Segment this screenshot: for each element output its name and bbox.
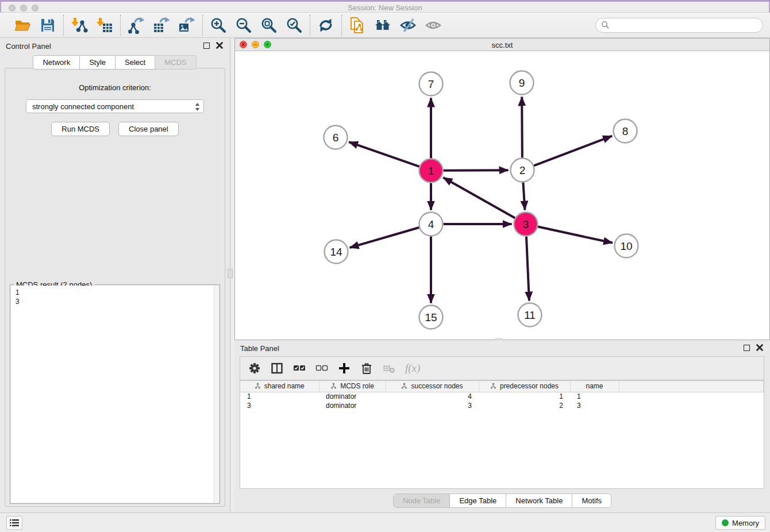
memory-button[interactable]: Memory — [715, 516, 765, 530]
zoom-fit-icon[interactable] — [260, 17, 278, 34]
graph-edge-2-8 — [534, 136, 612, 166]
delete-column-icon[interactable] — [360, 362, 373, 375]
first-neighbors-icon[interactable] — [374, 17, 391, 34]
table-row[interactable]: 1 dominator 4 1 1 — [240, 392, 764, 401]
network-window-title: scc.txt — [235, 41, 769, 49]
tab-node-table[interactable]: Node Table — [394, 494, 450, 507]
cell-name[interactable]: 3 — [570, 401, 619, 410]
svg-text:11: 11 — [524, 309, 536, 321]
tab-mcds[interactable]: MCDS — [155, 55, 196, 70]
graph-node-8: 8 — [614, 119, 637, 143]
graph-node-15: 15 — [419, 306, 443, 329]
float-panel-icon[interactable] — [203, 43, 210, 49]
graph-edge-3-10 — [538, 227, 613, 243]
export-table-icon[interactable] — [153, 17, 170, 34]
cell-name[interactable]: 1 — [570, 392, 619, 401]
graph-node-10: 10 — [615, 234, 638, 258]
select-all-columns-icon[interactable] — [293, 362, 306, 375]
unselect-all-columns-icon[interactable] — [315, 362, 328, 375]
criterion-value: strongly connected component — [32, 102, 134, 111]
svg-text:4: 4 — [428, 218, 434, 230]
table-settings-gear-icon[interactable] — [248, 362, 261, 375]
vertical-splitter-handle[interactable] — [228, 269, 233, 278]
open-file-icon[interactable] — [14, 17, 31, 34]
column-type-icon — [330, 383, 337, 389]
node-table: shared name MCDS role successor nodes — [240, 380, 764, 489]
zoom-selected-icon[interactable] — [286, 17, 303, 34]
table-header-row: shared name MCDS role successor nodes — [240, 381, 764, 392]
export-image-icon[interactable] — [178, 17, 195, 34]
close-panel-icon[interactable] — [216, 42, 223, 49]
close-table-panel-icon[interactable] — [756, 344, 763, 351]
hide-selected-icon[interactable] — [399, 17, 417, 34]
tab-motifs[interactable]: Motifs — [572, 494, 611, 507]
cell-successor-nodes[interactable]: 4 — [386, 392, 479, 401]
mcds-result-group: MCDS result (2 nodes) 1 3 — [10, 284, 220, 504]
svg-text:14: 14 — [330, 246, 342, 258]
select-stepper-icon — [195, 102, 200, 111]
window-title: Session: New Session — [1, 3, 769, 12]
column-type-icon — [255, 383, 261, 389]
network-window-titlebar[interactable]: × − + scc.txt — [235, 38, 769, 51]
app-titlebar: Session: New Session — [0, 0, 770, 13]
zoom-out-icon[interactable] — [235, 17, 252, 34]
delete-table-icon — [383, 362, 395, 375]
control-panel: Control Panel Network Style Select MCDS … — [0, 38, 230, 512]
svg-text:15: 15 — [425, 311, 437, 323]
column-header-successor-nodes[interactable]: successor nodes — [386, 381, 479, 392]
mcds-result-values: 1 3 — [11, 286, 219, 309]
table-toolbar: f(x) — [240, 356, 764, 380]
cell-mcds-role[interactable]: dominator — [319, 392, 386, 401]
create-column-icon[interactable] — [338, 362, 351, 375]
network-canvas[interactable]: 1 2 3 4 6 7 8 9 10 — [235, 51, 769, 340]
cell-mcds-role[interactable]: dominator — [319, 401, 386, 410]
tab-select[interactable]: Select — [115, 55, 155, 70]
status-bar: Memory — [0, 512, 770, 532]
graph-node-3: 3 — [514, 213, 538, 236]
column-header-name[interactable]: name — [570, 381, 619, 392]
cell-shared-name[interactable]: 3 — [240, 401, 319, 410]
search-input[interactable] — [613, 21, 757, 29]
task-history-button[interactable] — [6, 516, 22, 530]
show-all-icon[interactable] — [425, 17, 442, 34]
graph-edge-2-3 — [523, 182, 525, 210]
show-column-panel-icon[interactable] — [271, 362, 283, 375]
column-type-icon — [401, 383, 407, 389]
graph-edge-2-9 — [522, 97, 522, 157]
cell-shared-name[interactable]: 1 — [240, 392, 319, 401]
cell-successor-nodes[interactable]: 3 — [386, 401, 479, 410]
import-network-icon[interactable] — [71, 17, 88, 34]
apply-layout-icon[interactable] — [317, 17, 334, 34]
zoom-in-icon[interactable] — [210, 17, 227, 34]
clone-network-icon[interactable] — [349, 17, 366, 34]
criterion-select[interactable]: strongly connected component — [26, 99, 204, 113]
main-toolbar — [0, 13, 770, 38]
network-view-window: × − + scc.txt 1 2 3 4 6 7 — [234, 38, 770, 340]
mcds-panel: Optimization criterion: strongly connect… — [5, 68, 225, 507]
mcds-result-area[interactable]: 1 3 — [11, 286, 219, 503]
tab-style[interactable]: Style — [79, 55, 116, 70]
import-table-icon[interactable] — [96, 17, 113, 34]
table-row[interactable]: 3 dominator 3 2 3 — [240, 401, 764, 410]
cell-predecessor-nodes[interactable]: 2 — [479, 401, 570, 410]
tab-network-table[interactable]: Network Table — [506, 494, 572, 507]
column-header-predecessor-nodes[interactable]: predecessor nodes — [479, 381, 570, 392]
export-network-icon[interactable] — [128, 17, 145, 34]
tab-edge-table[interactable]: Edge Table — [449, 494, 506, 507]
run-mcds-button[interactable]: Run MCDS — [51, 122, 110, 136]
svg-text:6: 6 — [333, 132, 339, 144]
graph-edge-4-14 — [350, 228, 419, 248]
search-box[interactable] — [595, 18, 763, 33]
result-scrollbar[interactable] — [214, 286, 219, 503]
close-panel-button[interactable]: Close panel — [118, 122, 179, 136]
save-session-icon[interactable] — [39, 17, 56, 34]
graph-node-2: 2 — [511, 159, 534, 182]
cell-predecessor-nodes[interactable]: 1 — [479, 392, 570, 401]
search-icon — [601, 21, 610, 29]
tab-network[interactable]: Network — [33, 55, 80, 70]
column-header-shared-name[interactable]: shared name — [240, 381, 319, 392]
network-graph[interactable]: 1 2 3 4 6 7 8 9 10 — [235, 51, 766, 340]
column-header-mcds-role[interactable]: MCDS role — [319, 381, 386, 392]
svg-text:2: 2 — [519, 164, 526, 176]
float-table-panel-icon[interactable] — [744, 345, 750, 351]
